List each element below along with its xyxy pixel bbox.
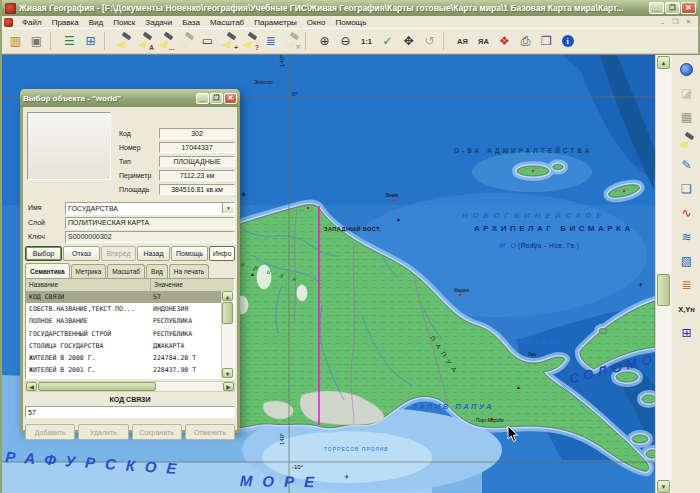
tab-3[interactable]: Вид xyxy=(146,264,168,278)
open-map-button[interactable]: ▥ xyxy=(5,30,26,52)
table-row[interactable]: ПОЛНОЕ НАЗВАНИЕРЕСПУБЛИКА xyxy=(26,315,222,327)
info-value-2: ПЛОЩАДНЫЕ xyxy=(159,156,235,167)
accept-edit-button[interactable]: ✓ xyxy=(377,30,398,52)
help-book-icon: ❐ xyxy=(541,34,552,48)
bottom-button-3: Отменить xyxy=(185,424,235,440)
menu-item-9[interactable]: Помощь xyxy=(330,18,371,27)
matrix-layer-button[interactable]: ▧ xyxy=(676,250,697,272)
table-scroll-thumb[interactable] xyxy=(222,302,233,324)
menu-item-5[interactable]: База xyxy=(177,18,205,27)
table-row[interactable]: ГОСУДАРСТВЕННЫЙ СТРОЙРЕСПУБЛИКА xyxy=(26,328,222,340)
measure-length-button[interactable]: ∿ xyxy=(676,202,697,224)
table-row[interactable]: ЖИТЕЛЕЙ В 2000 Г.224784.20 Т xyxy=(26,352,222,364)
menu-item-8[interactable]: Окно xyxy=(302,18,331,27)
edit-objects-button[interactable]: ❏ xyxy=(676,178,697,200)
info-label-0: Код xyxy=(119,130,131,137)
close-button[interactable]: ✕ xyxy=(681,2,696,14)
table-horizontal-scrollbar[interactable]: ◀ ▶ xyxy=(25,381,235,392)
svg-text:▲: ▲ xyxy=(396,216,401,222)
about-button[interactable]: i xyxy=(557,30,578,52)
zoom-in-button[interactable]: ⊕ xyxy=(314,30,335,52)
layer-list-icon: ☰ xyxy=(64,34,75,48)
text-search-button[interactable]: АЯ xyxy=(452,30,473,52)
add-layer-button[interactable]: ⊞ xyxy=(80,30,101,52)
calculator-button[interactable]: ⊞ xyxy=(676,322,697,344)
frame-select-button[interactable]: ▭ xyxy=(197,30,218,52)
zoom-out-button[interactable]: ⊖ xyxy=(335,30,356,52)
dialog-button-0[interactable]: Выбор xyxy=(25,246,62,261)
chevron-down-icon[interactable]: ▼ xyxy=(222,203,234,213)
mdi-restore-button[interactable]: ❐ xyxy=(669,17,682,27)
tile-grid-button[interactable]: ▦ xyxy=(676,106,697,128)
layer-list-button[interactable]: ☰ xyxy=(59,30,80,52)
dialog-minimize-button[interactable]: _ xyxy=(196,93,209,104)
dialog-button-1[interactable]: Отказ xyxy=(63,246,100,261)
dialog-close-button[interactable]: ✕ xyxy=(224,93,237,104)
menu-item-2[interactable]: Вид xyxy=(84,18,108,27)
tab-2[interactable]: Масштаб xyxy=(107,264,145,278)
tab-0[interactable]: Семантика xyxy=(25,263,70,278)
tab-4[interactable]: На печать xyxy=(169,264,209,278)
table-row[interactable]: СОБСТВ.НАЗВАНИЕ,ТЕКСТ ПО...ИНДОНЕЗИЯ xyxy=(26,303,222,315)
table-row[interactable]: СТОЛИЦА ГОСУДАРСТВАДЖАКАРТА xyxy=(26,340,222,352)
select-object-button[interactable] xyxy=(113,30,134,52)
cell-name: СТОЛИЦА ГОСУДАРСТВА xyxy=(26,342,151,350)
select-by-text-button[interactable]: … xyxy=(155,30,176,52)
object-list-button[interactable]: ≣ xyxy=(260,30,281,52)
close-map-button[interactable]: ▣ xyxy=(26,30,47,52)
help-book-button[interactable]: ❐ xyxy=(536,30,557,52)
dialog-button-3[interactable]: Назад xyxy=(137,246,170,261)
elevation-layers-button[interactable]: ≣ xyxy=(676,274,697,296)
table-scroll-up-arrow[interactable]: ▲ xyxy=(222,291,233,301)
cell-value: 57 xyxy=(151,293,222,301)
column-header-value[interactable]: Значение xyxy=(151,279,234,291)
cell-value: РЕСПУБЛИКА xyxy=(151,330,222,338)
coordinates-xyh-button[interactable]: X,Yн xyxy=(676,298,697,320)
menu-item-4[interactable]: Задачи xyxy=(140,18,177,27)
table-row[interactable]: КОД СВЯЗИ57 xyxy=(26,291,222,303)
tab-1[interactable]: Метрика xyxy=(71,264,107,278)
table-vertical-scrollbar[interactable]: ▲ ▼ xyxy=(221,291,234,378)
frame-select-icon: ▭ xyxy=(202,34,213,48)
minimize-button[interactable]: _ xyxy=(649,2,664,14)
dialog-button-5[interactable]: Инфо xyxy=(209,246,235,261)
info-label-4: Площадь xyxy=(119,186,149,193)
scroll-thumb[interactable] xyxy=(657,274,670,306)
mdi-close-button[interactable]: ✕ xyxy=(682,17,695,27)
edit-layer-button[interactable]: ✎ xyxy=(676,154,697,176)
scroll-up-arrow[interactable]: ▲ xyxy=(657,56,670,69)
scale-1-1-button[interactable]: 1:1 xyxy=(356,30,377,52)
dialog-maximize-button[interactable]: ❐ xyxy=(210,93,223,104)
mdi-minimize-button[interactable]: – xyxy=(656,17,669,27)
maximize-button[interactable]: ❐ xyxy=(665,2,680,14)
print-button[interactable]: ⎙ xyxy=(515,30,536,52)
mdi-app-icon xyxy=(4,18,13,27)
table-row[interactable]: ЖИТЕЛЕЙ В 2001 Г.228437.90 Т xyxy=(26,364,222,376)
menu-item-7[interactable]: Параметры xyxy=(249,18,302,27)
name-combobox[interactable]: ГОСУДАРСТВА ▼ xyxy=(65,202,235,215)
world-overview-button[interactable] xyxy=(676,58,697,80)
palette-button[interactable]: ❖ xyxy=(494,30,515,52)
select-by-name-button[interactable]: A xyxy=(134,30,155,52)
menu-item-3[interactable]: Поиск xyxy=(108,18,140,27)
select-highlight-button[interactable] xyxy=(676,130,697,152)
layer-label: Слой xyxy=(28,219,45,226)
scroll-down-arrow[interactable]: ▼ xyxy=(657,480,670,493)
semantic-value-input[interactable] xyxy=(25,406,235,418)
column-header-name[interactable]: Название xyxy=(26,279,151,291)
table-scroll-right-arrow[interactable]: ▶ xyxy=(223,382,234,391)
menu-item-0[interactable]: Файл xyxy=(17,18,47,27)
select-add-button[interactable]: + xyxy=(218,30,239,52)
routes-button[interactable]: ≋ xyxy=(676,226,697,248)
menu-item-1[interactable]: Правка xyxy=(47,18,84,27)
select-query-button[interactable]: ? xyxy=(239,30,260,52)
pan-hand-button[interactable]: ✥ xyxy=(398,30,419,52)
menu-item-6[interactable]: Масштаб xyxy=(205,18,249,27)
dialog-button-4[interactable]: Помощь xyxy=(171,246,208,261)
table-hscroll-thumb[interactable] xyxy=(38,382,156,391)
dialog-title-bar[interactable]: Выбор объекта - "world" _ ❐ ✕ xyxy=(20,89,240,107)
table-scroll-left-arrow[interactable]: ◀ xyxy=(26,382,37,391)
table-scroll-down-arrow[interactable]: ▼ xyxy=(222,368,233,378)
map-vertical-scrollbar[interactable]: ▲ ▼ xyxy=(655,55,670,493)
text-replace-button[interactable]: ЯА xyxy=(473,30,494,52)
